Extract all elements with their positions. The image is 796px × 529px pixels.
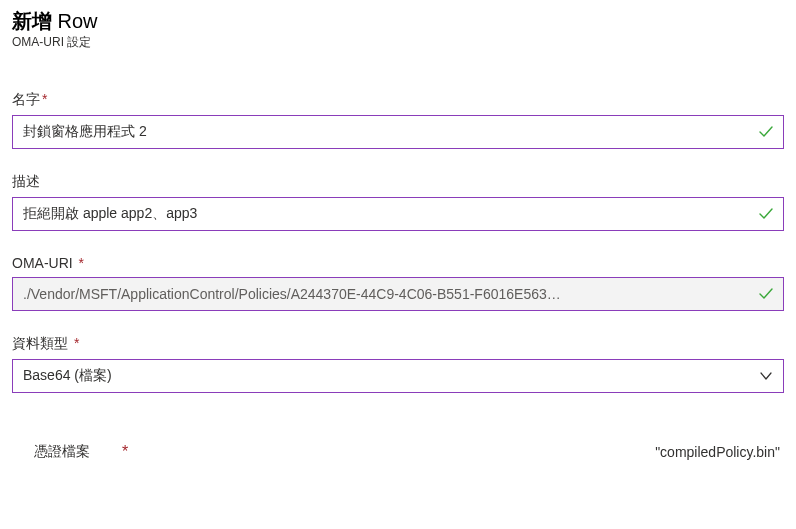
title-rest: Row: [52, 10, 98, 32]
check-icon: [757, 123, 775, 141]
field-omauri-group: OMA-URI *: [12, 255, 784, 311]
chevron-down-icon: [759, 369, 773, 383]
field-name-label: 名字*: [12, 91, 784, 109]
required-star: *: [42, 91, 47, 107]
field-description-group: 描述: [12, 173, 784, 231]
required-star: *: [74, 335, 79, 351]
certificate-file-row: 憑證檔案 * "compiledPolicy.bin": [12, 443, 784, 461]
datatype-select[interactable]: Base64 (檔案): [12, 359, 784, 393]
omauri-input[interactable]: [13, 280, 783, 308]
page-subtitle: OMA-URI 設定: [12, 34, 784, 51]
required-star: *: [122, 443, 128, 461]
check-icon: [757, 285, 775, 303]
certificate-file-name: "compiledPolicy.bin": [655, 444, 780, 460]
name-input[interactable]: [13, 118, 783, 146]
name-input-wrap: [12, 115, 784, 149]
certificate-file-label-group: 憑證檔案 *: [34, 443, 128, 461]
field-name-group: 名字*: [12, 91, 784, 149]
description-input-wrap: [12, 197, 784, 231]
field-description-label: 描述: [12, 173, 784, 191]
certificate-file-label: 憑證檔案: [34, 443, 90, 461]
required-star: *: [79, 255, 84, 271]
omauri-input-wrap: [12, 277, 784, 311]
field-datatype-label: 資料類型 *: [12, 335, 784, 353]
field-datatype-group: 資料類型 * Base64 (檔案): [12, 335, 784, 393]
title-prefix: 新增: [12, 10, 52, 32]
datatype-value: Base64 (檔案): [13, 361, 783, 391]
check-icon: [757, 205, 775, 223]
description-input[interactable]: [13, 200, 783, 228]
field-omauri-label: OMA-URI *: [12, 255, 784, 271]
page-title: 新增 Row: [12, 8, 784, 34]
header: 新增 Row OMA-URI 設定: [12, 8, 784, 51]
